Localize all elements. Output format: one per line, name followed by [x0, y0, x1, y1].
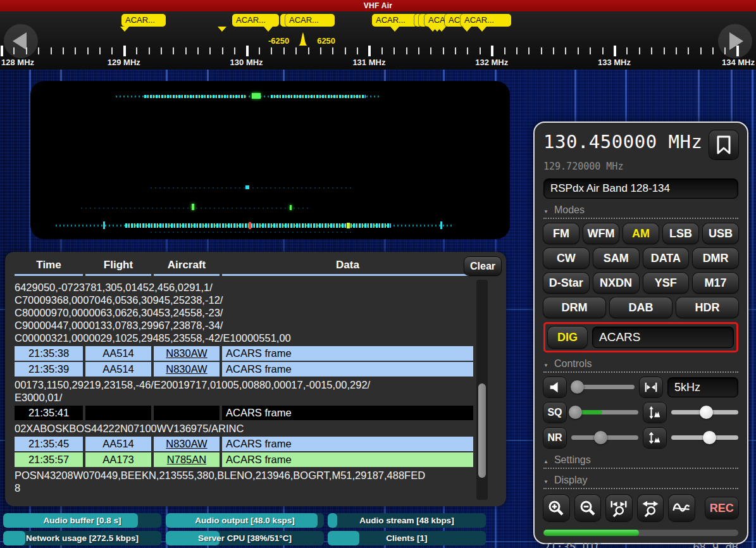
scale-tick	[418, 47, 419, 54]
aircraft-link[interactable]: N830AW	[166, 438, 207, 450]
scale-tick	[443, 47, 444, 54]
tuned-frequency-display[interactable]: 130.450000 MHz	[543, 130, 702, 153]
bookmark-save-button[interactable]	[709, 130, 738, 159]
openwebrx-app: VHF Air ACAR...ACAR...ACAR...ACAR...ACAA…	[0, 0, 756, 548]
mode-button-fm[interactable]: FM	[543, 223, 579, 244]
noise-reduction-button[interactable]: NR	[543, 428, 566, 448]
bookmark-label[interactable]: ACAR...	[461, 14, 511, 27]
bookmark-label[interactable]: ACAR...	[232, 14, 279, 27]
scale-tick	[222, 47, 223, 54]
message-scrollbar-thumb[interactable]	[478, 383, 486, 478]
frame-data: ACARS frame	[222, 406, 473, 420]
tuner-high-cut[interactable]: 6250	[317, 35, 335, 47]
mode-row: D-StarNXDNYSFM17	[543, 273, 738, 293]
mode-button-dmr[interactable]: DMR	[693, 248, 738, 268]
zoom-full-band-button[interactable]	[638, 495, 664, 521]
slider-thumb[interactable]	[569, 406, 582, 419]
aircraft-link[interactable]: N830AW	[166, 347, 207, 359]
waterfall-max-slider[interactable]	[671, 402, 738, 423]
waterfall-signal	[271, 95, 366, 98]
slider-thumb[interactable]	[571, 380, 584, 394]
mode-button-sam[interactable]: SAM	[593, 248, 639, 268]
status-bar-label: Server CPU [38%/51°C]	[166, 531, 324, 545]
frame-aircraft	[154, 406, 220, 420]
scale-tick	[664, 47, 665, 54]
tuner-low-cut[interactable]: -6250	[268, 35, 289, 47]
acars-message-panel: Time Flight Aircraft Data 6429050,-07237…	[5, 252, 506, 506]
section-header-modes[interactable]: Modes	[543, 204, 738, 219]
bookmark-tail	[462, 27, 471, 32]
mode-button-dab[interactable]: DAB	[610, 297, 672, 318]
bandwidth-button[interactable]	[640, 377, 662, 397]
zoom-out-icon	[578, 499, 597, 518]
waterfall-signal	[81, 208, 309, 209]
zoom-out-button[interactable]	[575, 495, 601, 521]
mode-button-ysf[interactable]: YSF	[643, 273, 689, 293]
volume-slider[interactable]	[571, 377, 635, 397]
message-scrollbar-track[interactable]	[476, 280, 488, 500]
aircraft-link[interactable]: N785AN	[167, 454, 206, 466]
zoom-to-bandwidth-button[interactable]	[606, 495, 632, 521]
section-header-controls[interactable]: Controls	[543, 358, 738, 373]
slider-thumb[interactable]	[700, 406, 713, 419]
acars-frame-row: 21:35:45AA514N830AWACARS frame	[15, 437, 473, 451]
section-header-display[interactable]: Display	[543, 475, 738, 489]
section-header-settings[interactable]: Settings	[543, 454, 738, 469]
mode-button-data[interactable]: DATA	[643, 248, 689, 268]
digital-mode-value: ACARS	[599, 330, 640, 344]
mode-row: FMWFMAMLSBUSB	[543, 223, 738, 244]
message-table-header: Time Flight Aircraft Data	[15, 257, 473, 276]
status-bar: Audio buffer [0.8 s]	[3, 513, 161, 528]
mode-button-usb[interactable]: USB	[703, 223, 738, 244]
bandwidth-selector[interactable]: 5kHz	[667, 377, 738, 397]
mode-button-hdr[interactable]: HDR	[676, 297, 738, 318]
digital-mode-selector[interactable]: ACARS	[592, 327, 734, 348]
mode-button-am[interactable]: AM	[623, 223, 659, 244]
squelch-slider[interactable]	[571, 402, 638, 423]
noise-reduction-slider[interactable]	[571, 428, 638, 448]
dig-mode-button[interactable]: DIG	[548, 327, 587, 348]
status-bar-label: Audio buffer [0.8 s]	[3, 513, 161, 528]
mute-button[interactable]	[543, 377, 566, 397]
profile-selector[interactable]: RSPdx Air Band 128-134	[543, 178, 738, 199]
mode-button-lsb[interactable]: LSB	[663, 223, 698, 244]
aircraft-link[interactable]: N830AW	[166, 363, 207, 375]
scale-tick	[209, 47, 211, 54]
waterfall-max-level-button[interactable]	[643, 402, 666, 423]
waterfall-min-slider[interactable]	[671, 428, 738, 448]
scale-tick	[13, 47, 15, 54]
mode-row: CWSAMDATADMR	[543, 248, 738, 268]
mode-button-nxdn[interactable]: NXDN	[593, 273, 639, 293]
mode-button-wfm[interactable]: WFM	[583, 223, 619, 244]
zoom-in-button[interactable]	[543, 495, 569, 521]
spectrum-toggle-button[interactable]	[669, 495, 695, 521]
frequency-scale[interactable]: ACAR...ACAR...ACAR...ACAR...ACAACACAR...…	[0, 11, 756, 70]
mode-button-drm[interactable]: DRM	[543, 297, 605, 318]
clear-messages-button[interactable]: Clear	[464, 257, 501, 275]
bookmark-label[interactable]: ACAR...	[121, 14, 166, 27]
slider-thumb[interactable]	[703, 431, 716, 444]
message-rows: 6429050,-0723781,305,01452,456,0291,1/ C…	[15, 281, 473, 494]
record-button[interactable]: REC	[705, 497, 739, 519]
scale-tick	[700, 47, 702, 54]
mode-row: DRMDABHDR	[543, 297, 738, 318]
mode-button-d-star[interactable]: D-Star	[543, 273, 589, 293]
bookmark-tail	[390, 27, 399, 32]
tuner-indicator[interactable]: -6250 6250	[268, 30, 335, 47]
waterfall-auto-adjust-button[interactable]	[643, 428, 666, 448]
audio-buffer-bar	[543, 530, 738, 536]
mode-button-m17[interactable]: M17	[693, 273, 738, 293]
scale-tick	[393, 47, 395, 54]
slider-thumb[interactable]	[594, 431, 607, 444]
waterfall-signal	[440, 221, 442, 229]
chevron-down-icon	[543, 358, 548, 370]
scroll-left-button[interactable]	[4, 24, 38, 58]
mode-button-cw[interactable]: CW	[543, 248, 589, 268]
bookmark-label[interactable]: ACAR...	[285, 14, 335, 27]
scale-tick	[295, 47, 297, 54]
scroll-right-button[interactable]	[718, 24, 752, 58]
bookmark-label[interactable]: ACAR...	[372, 14, 418, 27]
squelch-button[interactable]: SQ	[543, 402, 566, 423]
frame-flight: AA514	[85, 437, 151, 451]
scale-tick	[676, 47, 677, 54]
